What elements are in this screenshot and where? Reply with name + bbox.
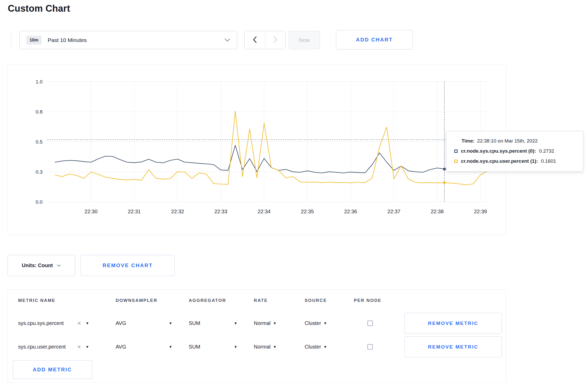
series-user-swatch-icon <box>454 160 458 163</box>
caret-down-icon: ▾ <box>169 345 172 349</box>
rate-select[interactable]: Normal ▾ <box>254 344 305 350</box>
svg-text:0.8: 0.8 <box>36 109 43 115</box>
timeseries-chart[interactable]: 0.00.30.50.81.022:3022:3122:3222:3322:34… <box>8 65 507 231</box>
caret-down-icon: ▾ <box>274 345 276 349</box>
add-chart-button[interactable]: ADD CHART <box>336 30 413 49</box>
svg-text:22:31: 22:31 <box>128 209 141 214</box>
tooltip-time-row: Time:22:38:10 on Mar 15th, 2022 <box>454 138 576 144</box>
tooltip-series-value: 0.2732 <box>539 148 554 154</box>
series-sys-swatch-icon <box>454 150 458 153</box>
remove-metric-cell: REMOVE METRIC <box>404 313 506 334</box>
svg-text:0.5: 0.5 <box>36 139 43 145</box>
metric-row: sys.cpu.sys.percent × ▾ AVG ▾ SUM ▾ Norm… <box>8 311 506 335</box>
source-value: Cluster <box>305 344 321 350</box>
tooltip-series-name: cr.node.sys.cpu.sys.percent (0): <box>461 148 536 154</box>
downsampler-select[interactable]: AVG ▾ <box>116 320 189 326</box>
svg-text:22:30: 22:30 <box>85 209 97 214</box>
aggregator-value: SUM <box>189 344 200 350</box>
units-select[interactable]: Units: Count <box>8 255 75 276</box>
rate-value: Normal <box>254 344 270 350</box>
svg-text:22:34: 22:34 <box>258 209 271 214</box>
tooltip-time-value: 22:38:10 on Mar 15th, 2022 <box>477 138 537 144</box>
per-node-checkbox[interactable] <box>367 344 373 350</box>
remove-metric-button[interactable]: REMOVE METRIC <box>404 313 502 334</box>
chevron-down-icon <box>57 263 61 268</box>
remove-metric-button[interactable]: REMOVE METRIC <box>404 336 502 357</box>
header-aggregator: AGGREGATOR <box>189 298 254 303</box>
rate-select[interactable]: Normal ▾ <box>254 320 305 326</box>
tooltip-time-label: Time: <box>461 138 474 144</box>
time-range-label: Past 10 Minutes <box>48 37 87 43</box>
svg-text:22:38: 22:38 <box>431 209 444 214</box>
downsampler-value: AVG <box>116 344 126 350</box>
tooltip-series-value: 0.1601 <box>541 158 556 164</box>
svg-text:22:35: 22:35 <box>301 209 314 214</box>
rate-value: Normal <box>254 320 270 326</box>
add-metric-button[interactable]: ADD METRIC <box>13 360 92 379</box>
now-button[interactable]: Now <box>289 31 320 49</box>
remove-chart-button[interactable]: REMOVE CHART <box>81 255 175 276</box>
prev-time-button[interactable] <box>245 31 265 49</box>
caret-down-icon: ▾ <box>86 321 89 325</box>
caret-down-icon: ▾ <box>324 345 326 349</box>
clear-metric-icon[interactable]: × <box>77 344 81 350</box>
time-nav-group <box>244 31 285 49</box>
caret-down-icon: ▾ <box>169 321 172 325</box>
toolbar-divider <box>11 31 11 49</box>
caret-down-icon: ▾ <box>86 345 89 349</box>
metric-row: sys.cpu.user.percent × ▾ AVG ▾ SUM ▾ Nor… <box>8 335 506 359</box>
tooltip-series-name: cr.node.sys.cpu.user.percent (1): <box>461 158 538 164</box>
caret-down-icon: ▾ <box>234 321 237 325</box>
downsampler-value: AVG <box>116 320 126 326</box>
time-range-badge: 10m <box>26 36 41 45</box>
tooltip-series-row: cr.node.sys.cpu.user.percent (1): 0.1601 <box>454 158 576 164</box>
chevron-left-icon <box>253 36 257 44</box>
remove-metric-cell: REMOVE METRIC <box>404 336 506 357</box>
aggregator-value: SUM <box>189 320 200 326</box>
svg-text:22:32: 22:32 <box>171 209 184 214</box>
header-downsampler: DOWNSAMPLER <box>116 298 189 303</box>
custom-chart-page: Custom Chart 10m Past 10 Minutes Now ADD… <box>0 0 588 383</box>
metrics-table-header: METRIC NAME DOWNSAMPLER AGGREGATOR RATE … <box>8 290 506 311</box>
header-metric-name: METRIC NAME <box>18 298 116 303</box>
metrics-table: METRIC NAME DOWNSAMPLER AGGREGATOR RATE … <box>8 289 506 383</box>
clear-metric-icon[interactable]: × <box>77 320 81 327</box>
svg-text:22:39: 22:39 <box>474 209 487 214</box>
aggregator-select[interactable]: SUM ▾ <box>189 320 254 326</box>
per-node-cell <box>354 344 404 350</box>
chart-card: 0.00.30.50.81.022:3022:3122:3222:3322:34… <box>8 65 506 235</box>
caret-down-icon: ▾ <box>234 345 237 349</box>
header-rate: RATE <box>254 298 305 303</box>
next-time-button[interactable] <box>265 31 285 49</box>
metric-name-select[interactable]: sys.cpu.user.percent × ▾ <box>18 344 116 350</box>
metric-name-value: sys.cpu.sys.percent <box>18 320 77 326</box>
metric-name-value: sys.cpu.user.percent <box>18 344 77 350</box>
svg-text:22:36: 22:36 <box>344 209 357 214</box>
time-range-select[interactable]: 10m Past 10 Minutes <box>19 31 237 49</box>
caret-down-icon: ▾ <box>274 321 276 325</box>
units-select-label: Units: Count <box>22 263 53 268</box>
metric-name-select[interactable]: sys.cpu.sys.percent × ▾ <box>18 320 116 327</box>
svg-text:0.0: 0.0 <box>36 199 43 205</box>
svg-text:22:37: 22:37 <box>387 209 400 214</box>
aggregator-select[interactable]: SUM ▾ <box>189 344 254 350</box>
per-node-cell <box>354 321 404 326</box>
source-value: Cluster <box>305 320 321 326</box>
svg-text:0.3: 0.3 <box>36 169 43 175</box>
chevron-down-icon <box>225 38 230 42</box>
source-select[interactable]: Cluster ▾ <box>305 344 354 350</box>
chart-tooltip: Time:22:38:10 on Mar 15th, 2022 cr.node.… <box>446 131 583 172</box>
chevron-right-icon <box>273 36 278 44</box>
tooltip-series-row: cr.node.sys.cpu.sys.percent (0): 0.2732 <box>454 148 576 154</box>
caret-down-icon: ▾ <box>324 321 326 325</box>
downsampler-select[interactable]: AVG ▾ <box>116 344 189 350</box>
svg-text:1.0: 1.0 <box>36 79 43 84</box>
page-title: Custom Chart <box>8 3 70 14</box>
per-node-checkbox[interactable] <box>367 321 373 326</box>
header-per-node: PER NODE <box>354 298 404 303</box>
svg-text:22:33: 22:33 <box>214 209 227 214</box>
source-select[interactable]: Cluster ▾ <box>305 320 354 326</box>
header-source: SOURCE <box>305 298 354 303</box>
